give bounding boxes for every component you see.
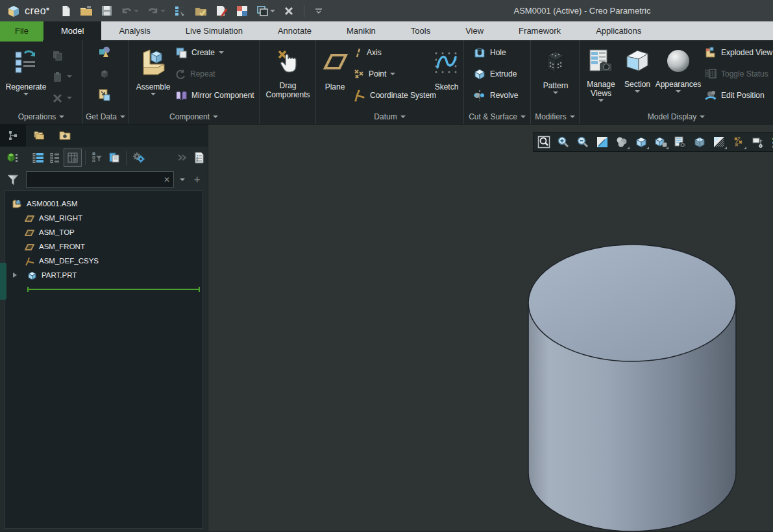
component-group-label[interactable]: Component bbox=[129, 112, 259, 121]
axis-button[interactable]: Axis bbox=[354, 43, 382, 62]
save-button[interactable] bbox=[99, 4, 114, 18]
import-file-button[interactable] bbox=[97, 86, 112, 105]
window-arrange-button[interactable] bbox=[254, 4, 277, 18]
undo-dropdown[interactable] bbox=[134, 10, 139, 12]
model-display-group-label[interactable]: Model Display bbox=[580, 112, 773, 121]
get-data-disabled-button[interactable] bbox=[99, 64, 110, 84]
get-data-group-label[interactable]: Get Data bbox=[83, 112, 128, 121]
assemble-button[interactable]: Assemble bbox=[134, 43, 173, 95]
appearances-button[interactable]: Appearances bbox=[655, 43, 702, 93]
folder-browser-tab[interactable] bbox=[26, 125, 52, 147]
assemble-dropdown[interactable] bbox=[151, 93, 156, 95]
repaint-button[interactable] bbox=[595, 135, 609, 149]
search-options-dropdown[interactable] bbox=[180, 178, 185, 181]
display-style-button[interactable] bbox=[615, 135, 629, 149]
cylinder-top-face[interactable] bbox=[528, 245, 736, 361]
window-dropdown[interactable] bbox=[270, 10, 275, 12]
clear-search-icon[interactable]: ✕ bbox=[164, 175, 170, 185]
plane-button[interactable]: Plane bbox=[317, 43, 352, 91]
tree-columns-button[interactable] bbox=[64, 149, 82, 167]
exploded-view-button[interactable]: Exploded View bbox=[704, 43, 772, 62]
named-views-button[interactable] bbox=[654, 135, 668, 149]
toggle-status-button[interactable]: Toggle Status bbox=[704, 64, 768, 84]
modifiers-group-label[interactable]: Modifiers bbox=[531, 112, 579, 121]
tree-item-asm-front[interactable]: ASM_FRONT bbox=[5, 239, 202, 254]
section-button[interactable]: Section bbox=[621, 43, 654, 93]
tree-item-asm-right[interactable]: ASM_RIGHT bbox=[5, 211, 202, 225]
tree-item-asm-top[interactable]: ASM_TOP bbox=[5, 225, 202, 239]
model-tree-tab[interactable] bbox=[0, 125, 26, 147]
tab-manikin[interactable]: Manikin bbox=[329, 21, 393, 40]
revolve-button[interactable]: Revolve bbox=[473, 86, 518, 105]
tree-insertion-locator[interactable] bbox=[27, 287, 200, 292]
zoom-out-button[interactable] bbox=[576, 135, 590, 149]
tree-item-asm-def-csys[interactable]: ASM_DEF_CSYS bbox=[5, 254, 202, 268]
expand-items-button[interactable] bbox=[30, 149, 47, 166]
tree-item-assembly[interactable]: ASM0001.ASM bbox=[5, 197, 202, 211]
refit-button[interactable] bbox=[537, 135, 551, 149]
favorites-tab[interactable] bbox=[52, 125, 78, 147]
point-dropdown[interactable] bbox=[390, 73, 395, 75]
tab-live-simulation[interactable]: Live Simulation bbox=[168, 21, 260, 40]
repeat-button[interactable]: Repeat bbox=[175, 64, 215, 84]
appearances-dropdown[interactable] bbox=[676, 90, 681, 93]
datum-display-button[interactable] bbox=[712, 135, 726, 149]
open-button[interactable] bbox=[78, 4, 95, 18]
point-button[interactable]: Point bbox=[354, 64, 395, 84]
saved-orientations-button[interactable] bbox=[634, 135, 648, 149]
manage-views-dropdown[interactable] bbox=[598, 99, 604, 102]
redo-dropdown[interactable] bbox=[160, 10, 166, 12]
overflow-icon[interactable] bbox=[770, 135, 773, 149]
regenerate-dropdown[interactable] bbox=[23, 93, 29, 95]
paste-dropdown[interactable] bbox=[67, 75, 72, 78]
close-window-button[interactable] bbox=[282, 5, 296, 18]
spin-center-button[interactable] bbox=[751, 135, 765, 149]
copy-button[interactable] bbox=[52, 45, 63, 65]
expand-arrow-icon[interactable] bbox=[13, 272, 17, 278]
pattern-dropdown[interactable] bbox=[553, 91, 558, 94]
manage-views-button[interactable]: ManageViews bbox=[582, 43, 620, 102]
customize-toolbar-button[interactable] bbox=[312, 6, 325, 16]
tab-model[interactable]: Model bbox=[43, 21, 101, 40]
graphics-viewport[interactable] bbox=[208, 125, 773, 531]
paste-button[interactable] bbox=[52, 67, 72, 86]
model-tree-cube-icon[interactable] bbox=[4, 149, 21, 166]
delete-dropdown[interactable] bbox=[67, 97, 72, 99]
hole-button[interactable]: Hole bbox=[473, 43, 506, 62]
create-dropdown[interactable] bbox=[219, 51, 224, 54]
regenerate-button[interactable]: Regenerate bbox=[1, 43, 51, 95]
tree-filter-button[interactable] bbox=[89, 149, 106, 166]
zoom-in-button[interactable] bbox=[556, 135, 571, 149]
section-dropdown[interactable] bbox=[635, 90, 640, 93]
extrude-button[interactable]: Extrude bbox=[473, 64, 517, 84]
view-manager-button[interactable] bbox=[673, 135, 687, 149]
settings-file-button[interactable] bbox=[191, 149, 208, 166]
item-display-button[interactable] bbox=[47, 149, 64, 166]
create-button[interactable]: Create bbox=[175, 43, 224, 62]
tab-analysis[interactable]: Analysis bbox=[101, 21, 167, 40]
sketch-button[interactable]: Sketch bbox=[430, 43, 463, 91]
appearance-gallery-button[interactable] bbox=[234, 4, 250, 18]
tab-applications[interactable]: Applications bbox=[578, 21, 659, 40]
cylinder-model[interactable] bbox=[528, 245, 737, 531]
add-filter-button[interactable]: + bbox=[194, 174, 200, 186]
model-player-button[interactable] bbox=[172, 4, 188, 18]
datum-group-label[interactable]: Datum bbox=[316, 112, 463, 121]
tab-annotate[interactable]: Annotate bbox=[260, 21, 329, 40]
mirror-component-button[interactable]: Mirror Component bbox=[175, 86, 254, 105]
cut-surface-group-label[interactable]: Cut & Surface bbox=[464, 112, 530, 121]
layer-tree-button[interactable] bbox=[106, 149, 123, 166]
collapsed-panel-handle[interactable] bbox=[0, 263, 6, 300]
drag-components-button[interactable]: DragComponents bbox=[264, 43, 312, 99]
undo-button[interactable] bbox=[119, 5, 141, 18]
display-transparent-button[interactable] bbox=[693, 135, 707, 149]
settings-gears-button[interactable] bbox=[130, 149, 147, 166]
tab-view[interactable]: View bbox=[448, 21, 501, 40]
tab-framework[interactable]: Framework bbox=[501, 21, 578, 40]
pattern-button[interactable]: Pattern bbox=[536, 43, 575, 94]
tree-item-part[interactable]: PART.PRT bbox=[5, 268, 202, 282]
coordinate-system-button[interactable]: Coordinate System bbox=[354, 86, 436, 105]
tab-file[interactable]: File bbox=[0, 21, 43, 40]
tab-tools[interactable]: Tools bbox=[393, 21, 448, 40]
render-edit-button[interactable] bbox=[214, 4, 230, 18]
